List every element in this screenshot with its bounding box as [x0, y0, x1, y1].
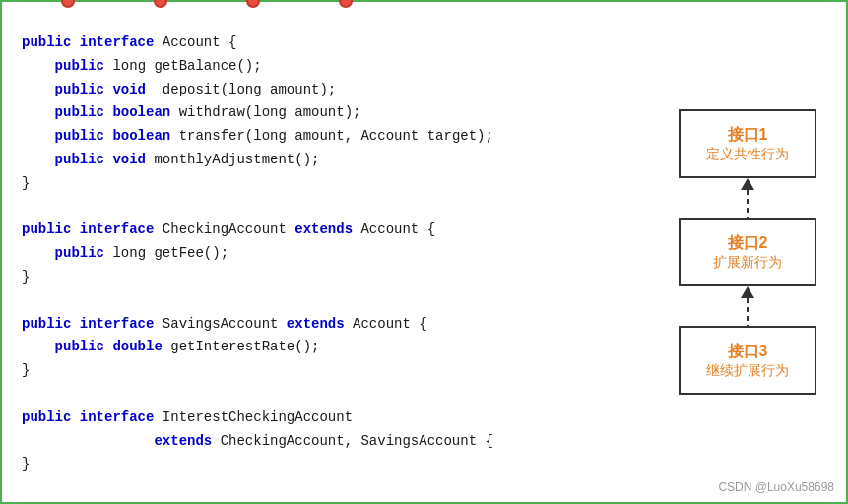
top-circles	[2, 0, 846, 8]
code-area: public interface Account { public long g…	[2, 2, 649, 502]
box2-subtitle: 扩展新行为	[713, 254, 782, 272]
circle-dot-1	[61, 0, 75, 8]
main-container: public interface Account { public long g…	[0, 0, 848, 504]
box3-subtitle: 继续扩展行为	[706, 362, 789, 380]
diagram-box-2: 接口2 扩展新行为	[679, 218, 816, 286]
diagram-area: 接口1 定义共性行为 接口2 扩展新行为 接口3 继续扩展行为	[649, 2, 846, 502]
box2-title: 接口2	[728, 233, 768, 254]
arrow-1-2	[741, 178, 754, 218]
arrowline-1	[747, 190, 749, 218]
circle-dot-3	[246, 0, 260, 8]
watermark-text: CSDN @LuoXu58698	[718, 480, 834, 494]
diagram-box-3: 接口3 继续扩展行为	[679, 326, 816, 395]
arrowline-2	[747, 298, 749, 326]
arrow-2-3	[741, 286, 754, 326]
watermark: CSDN @LuoXu58698	[718, 480, 834, 494]
box1-subtitle: 定义共性行为	[706, 146, 789, 163]
box3-title: 接口3	[728, 342, 768, 362]
arrowhead-1	[741, 178, 754, 190]
code-block: public interface Account { public long g…	[22, 32, 629, 476]
circle-dot-4	[339, 0, 353, 8]
arrowhead-2	[741, 286, 754, 298]
diagram-box-1: 接口1 定义共性行为	[679, 109, 816, 178]
circle-dot-2	[154, 0, 167, 8]
box1-title: 接口1	[728, 125, 768, 146]
